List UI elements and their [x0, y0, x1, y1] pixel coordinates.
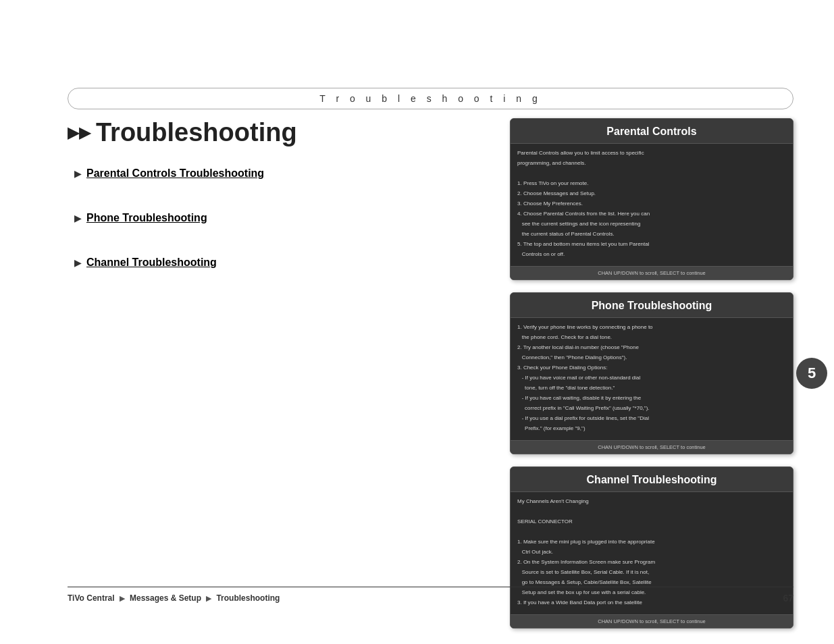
parental-controls-card: Parental Controls Parental Controls allo… — [510, 118, 793, 280]
menu-arrow-icon-2: ▶ — [74, 213, 81, 223]
channel-troubleshooting-card: Channel Troubleshooting My Channels Aren… — [510, 466, 793, 628]
breadcrumb-item-1: TiVo Central — [68, 593, 115, 603]
breadcrumb-arrow-1: ▶ — [120, 594, 127, 602]
header-bar: T r o u b l e s h o o t i n g — [68, 88, 793, 109]
page-title: Troubleshooting — [96, 118, 297, 147]
menu-arrow-icon-1: ▶ — [74, 169, 81, 179]
phone-troubleshooting-link[interactable]: Phone Troubleshooting — [86, 212, 207, 224]
left-column: ▶▶ Troubleshooting ▶ Parental Controls T… — [68, 118, 358, 301]
page-number: 67 — [783, 593, 793, 603]
menu-item-channel[interactable]: ▶ Channel Troubleshooting — [74, 257, 358, 269]
right-column: Parental Controls Parental Controls allo… — [510, 118, 793, 628]
channel-troubleshooting-card-title: Channel Troubleshooting — [511, 467, 793, 492]
phone-troubleshooting-card-footer: CHAN UP/DOWN to scroll, SELECT to contin… — [511, 440, 793, 454]
menu-item-parental-controls[interactable]: ▶ Parental Controls Troubleshooting — [74, 167, 358, 180]
breadcrumb: TiVo Central ▶ Messages & Setup ▶ Troubl… — [68, 593, 280, 603]
breadcrumb-item-2: Messages & Setup — [130, 593, 201, 603]
parental-controls-card-footer: CHAN UP/DOWN to scroll, SELECT to contin… — [511, 266, 793, 279]
chapter-badge: 5 — [796, 358, 827, 389]
page-heading: ▶▶ Troubleshooting — [68, 118, 358, 147]
main-content: ▶▶ Troubleshooting ▶ Parental Controls T… — [68, 118, 793, 563]
channel-troubleshooting-card-footer: CHAN UP/DOWN to scroll, SELECT to contin… — [511, 614, 793, 628]
parental-controls-card-body: Parental Controls allow you to limit acc… — [511, 144, 793, 266]
chapter-number: 5 — [808, 365, 816, 382]
phone-troubleshooting-card-title: Phone Troubleshooting — [511, 293, 793, 318]
double-arrow-icon: ▶▶ — [68, 124, 90, 142]
menu-item-phone[interactable]: ▶ Phone Troubleshooting — [74, 212, 358, 224]
menu-arrow-icon-3: ▶ — [74, 258, 81, 268]
breadcrumb-arrow-2: ▶ — [206, 594, 213, 602]
parental-controls-card-title: Parental Controls — [511, 119, 793, 144]
phone-troubleshooting-card-body: 1. Verify your phone line works by conne… — [511, 318, 793, 440]
breadcrumb-item-3: Troubleshooting — [216, 593, 280, 603]
header-title: T r o u b l e s h o o t i n g — [319, 93, 542, 104]
channel-troubleshooting-link[interactable]: Channel Troubleshooting — [86, 257, 217, 269]
parental-controls-link[interactable]: Parental Controls Troubleshooting — [86, 167, 264, 180]
phone-troubleshooting-card: Phone Troubleshooting 1. Verify your pho… — [510, 292, 793, 454]
breadcrumb-bar: TiVo Central ▶ Messages & Setup ▶ Troubl… — [68, 587, 793, 603]
